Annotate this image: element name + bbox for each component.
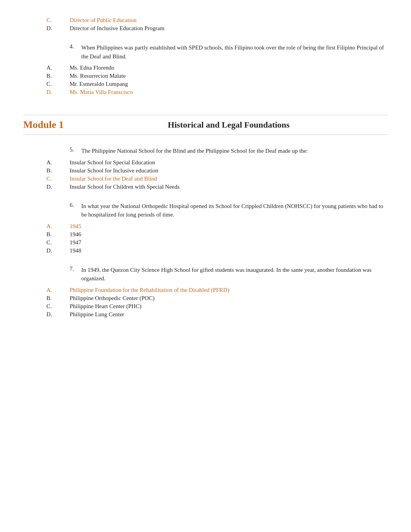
q7-text-d: Philippine Lung Center [70,311,124,318]
q4-text-d: Ms. Maria Villa Franscisco [70,89,133,95]
q5-answer-b: B. Insular School for Inclusive educatio… [23,167,388,174]
q4-text-b: Ms. Resurrecion Malate [70,73,126,79]
q7-letter-d: D. [46,311,70,318]
q6-answer-d: D. 1948 [23,247,388,254]
q5-text-d: Insular School for Children with Special… [70,184,180,190]
question6-row: 6. In what year the National Orthopedic … [70,202,388,219]
question6-number: 6. [70,202,81,208]
question5-number: 5. [70,147,81,153]
question7-number: 7. [70,266,81,272]
q5-letter-b: B. [46,167,70,174]
answer-letter-d-top: D. [46,25,70,32]
q4-text-c: Mr. Esmeraldo Lumpang [70,81,128,87]
q6-letter-d: D. [46,247,70,254]
q7-answer-d: D. Philippine Lung Center [23,311,388,318]
q4-text-a: Ms. Edna Florendo [70,65,114,71]
q6-answer-a: A. 1945 [23,223,388,230]
answer-row-d-top: D. Director of Inclusive Education Progr… [23,25,388,32]
q7-text-b: Philippine Orthopedic Center (POC) [70,295,155,302]
q5-answer-c: C. Insular School for the Deaf and Blind [23,176,388,182]
module-title: Historical and Legal Foundations [70,120,388,130]
q7-text-c: Philippine Heart Center (PHC) [70,303,141,310]
q5-text-b: Insular School for Inclusive education [70,167,158,174]
q5-letter-a: A. [46,159,70,166]
q6-text-b: 1946 [70,231,81,238]
question5-block: 5. The Philippine National School for th… [23,147,388,190]
q5-letter-c: C. [46,176,70,182]
q5-answer-d: D. Insular School for Children with Spec… [23,184,388,190]
question6-text: In what year the National Orthopedic Hos… [81,202,388,219]
question7-text: In 1949, the Quezon City Science High Sc… [81,266,388,283]
q5-text-a: Insular School for Special Education [70,159,155,166]
question6-text-block: 6. In what year the National Orthopedic … [23,202,388,219]
q4-answer-d: D. Ms. Maria Villa Franscisco [23,89,388,95]
q4-letter-c: C. [46,81,70,87]
question4-number: 4. [70,43,81,50]
answer-text-c-top: Director of Public Education [70,17,137,24]
q7-letter-b: B. [46,295,70,302]
q4-answer-b: B. Ms. Resurrecion Malate [23,73,388,79]
q6-text-c: 1947 [70,239,81,246]
q7-letter-a: A. [46,287,70,293]
q7-letter-c: C. [46,303,70,310]
module-label: Module 1 [23,119,70,131]
q4-answer-a: A. Ms. Edna Florendo [23,65,388,71]
answer-text-d-top: Director of Inclusive Education Program [70,25,164,32]
answer-letter-c-top: C. [46,17,70,24]
q6-text-d: 1948 [70,247,81,254]
answer-row-c-top: C. Director of Public Education [23,17,388,24]
question4-text-block: 4. When Philippines was partly establish… [23,43,388,61]
question7-block: 7. In 1949, the Quezon City Science High… [23,266,388,318]
q5-text-c: Insular School for the Deaf and Blind [70,176,157,182]
q4-letter-b: B. [46,73,70,79]
question4-text: When Philippines was partly established … [81,43,388,61]
question6-block: 6. In what year the National Orthopedic … [23,202,388,254]
q7-answer-a: A. Philippine Foundation for the Rehabil… [23,287,388,293]
q6-letter-b: B. [46,231,70,238]
q6-text-a: 1945 [70,223,81,230]
q5-answer-a: A. Insular School for Special Education [23,159,388,166]
question5-text: The Philippine National School for the B… [81,147,308,155]
q5-letter-d: D. [46,184,70,190]
q6-letter-a: A. [46,223,70,230]
module-header: Module 1 Historical and Legal Foundation… [23,115,388,135]
q4-letter-a: A. [46,65,70,71]
q6-answer-c: C. 1947 [23,239,388,246]
q6-letter-c: C. [46,239,70,246]
question5-row: 5. The Philippine National School for th… [70,147,388,155]
question4-block: 4. When Philippines was partly establish… [23,43,388,95]
q4-letter-d: D. [46,89,70,95]
q6-answer-b: B. 1946 [23,231,388,238]
q4-answer-c: C. Mr. Esmeraldo Lumpang [23,81,388,87]
question7-text-block: 7. In 1949, the Quezon City Science High… [23,266,388,283]
q7-text-a: Philippine Foundation for the Rehabilita… [70,287,229,293]
q7-answer-c: C. Philippine Heart Center (PHC) [23,303,388,310]
top-answers-section: C. Director of Public Education D. Direc… [23,17,388,32]
question4-row: 4. When Philippines was partly establish… [70,43,388,61]
q7-answer-b: B. Philippine Orthopedic Center (POC) [23,295,388,302]
question5-text-block: 5. The Philippine National School for th… [23,147,388,155]
question7-row: 7. In 1949, the Quezon City Science High… [70,266,388,283]
